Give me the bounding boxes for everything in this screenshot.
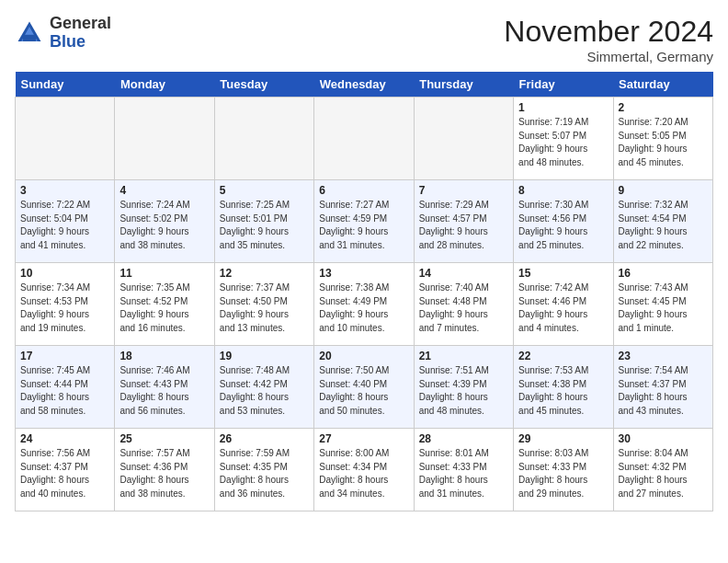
calendar-cell: 18Sunrise: 7:46 AM Sunset: 4:43 PM Dayli… <box>115 346 214 429</box>
weekday-header-tuesday: Tuesday <box>214 72 313 98</box>
calendar-cell: 11Sunrise: 7:35 AM Sunset: 4:52 PM Dayli… <box>115 263 214 346</box>
day-info: Sunrise: 8:00 AM Sunset: 4:34 PM Dayligh… <box>319 447 408 500</box>
day-number: 9 <box>619 184 708 197</box>
calendar-cell: 5Sunrise: 7:25 AM Sunset: 5:01 PM Daylig… <box>214 180 313 263</box>
day-info: Sunrise: 7:25 AM Sunset: 5:01 PM Dayligh… <box>220 199 309 252</box>
day-info: Sunrise: 7:30 AM Sunset: 4:56 PM Dayligh… <box>518 199 608 252</box>
day-info: Sunrise: 7:32 AM Sunset: 4:54 PM Dayligh… <box>619 199 708 252</box>
calendar-cell <box>115 98 214 180</box>
day-number: 12 <box>220 267 309 280</box>
calendar-week-1: 1Sunrise: 7:19 AM Sunset: 5:07 PM Daylig… <box>16 98 713 180</box>
weekday-header-wednesday: Wednesday <box>314 72 414 98</box>
day-info: Sunrise: 7:19 AM Sunset: 5:07 PM Dayligh… <box>518 116 608 169</box>
day-info: Sunrise: 7:27 AM Sunset: 4:59 PM Dayligh… <box>319 199 408 252</box>
calendar-week-4: 17Sunrise: 7:45 AM Sunset: 4:44 PM Dayli… <box>16 346 713 429</box>
location: Simmertal, Germany <box>504 49 713 64</box>
day-number: 4 <box>119 184 209 197</box>
weekday-header-sunday: Sunday <box>16 72 115 98</box>
day-info: Sunrise: 7:48 AM Sunset: 4:42 PM Dayligh… <box>220 364 309 418</box>
calendar-cell: 28Sunrise: 8:01 AM Sunset: 4:33 PM Dayli… <box>414 429 513 511</box>
day-number: 20 <box>319 350 408 362</box>
calendar-cell: 30Sunrise: 8:04 AM Sunset: 4:32 PM Dayli… <box>613 429 712 511</box>
calendar-cell: 14Sunrise: 7:40 AM Sunset: 4:48 PM Dayli… <box>414 263 513 346</box>
calendar-cell: 4Sunrise: 7:24 AM Sunset: 5:02 PM Daylig… <box>115 180 214 263</box>
day-number: 15 <box>518 267 608 280</box>
day-number: 6 <box>319 184 408 197</box>
calendar-cell: 8Sunrise: 7:30 AM Sunset: 4:56 PM Daylig… <box>514 180 613 263</box>
day-number: 14 <box>419 267 508 280</box>
day-number: 21 <box>419 350 508 362</box>
day-info: Sunrise: 8:03 AM Sunset: 4:33 PM Dayligh… <box>518 447 608 500</box>
calendar-cell: 17Sunrise: 7:45 AM Sunset: 4:44 PM Dayli… <box>16 346 115 429</box>
header: General Blue November 2024 Simmertal, Ge… <box>15 15 713 64</box>
logo-icon <box>15 18 44 48</box>
day-info: Sunrise: 7:37 AM Sunset: 4:50 PM Dayligh… <box>220 282 309 335</box>
day-number: 22 <box>518 350 608 362</box>
day-number: 30 <box>619 432 708 445</box>
calendar-cell: 1Sunrise: 7:19 AM Sunset: 5:07 PM Daylig… <box>514 98 613 180</box>
calendar-cell: 26Sunrise: 7:59 AM Sunset: 4:35 PM Dayli… <box>214 429 313 511</box>
day-info: Sunrise: 7:22 AM Sunset: 5:04 PM Dayligh… <box>20 199 109 252</box>
day-info: Sunrise: 7:40 AM Sunset: 4:48 PM Dayligh… <box>419 282 508 335</box>
calendar-cell: 15Sunrise: 7:42 AM Sunset: 4:46 PM Dayli… <box>514 263 613 346</box>
calendar-cell <box>314 98 414 180</box>
calendar-cell: 7Sunrise: 7:29 AM Sunset: 4:57 PM Daylig… <box>414 180 513 263</box>
day-number: 17 <box>20 350 109 362</box>
calendar-cell: 29Sunrise: 8:03 AM Sunset: 4:33 PM Dayli… <box>514 429 613 511</box>
calendar-cell: 16Sunrise: 7:43 AM Sunset: 4:45 PM Dayli… <box>613 263 712 346</box>
day-number: 1 <box>518 101 608 114</box>
calendar-cell: 13Sunrise: 7:38 AM Sunset: 4:49 PM Dayli… <box>314 263 414 346</box>
calendar-cell: 6Sunrise: 7:27 AM Sunset: 4:59 PM Daylig… <box>314 180 414 263</box>
calendar-week-3: 10Sunrise: 7:34 AM Sunset: 4:53 PM Dayli… <box>16 263 713 346</box>
day-info: Sunrise: 7:43 AM Sunset: 4:45 PM Dayligh… <box>619 282 708 335</box>
calendar-cell: 24Sunrise: 7:56 AM Sunset: 4:37 PM Dayli… <box>16 429 115 511</box>
day-number: 13 <box>319 267 408 280</box>
calendar-body: 1Sunrise: 7:19 AM Sunset: 5:07 PM Daylig… <box>16 98 713 511</box>
calendar-week-2: 3Sunrise: 7:22 AM Sunset: 5:04 PM Daylig… <box>16 180 713 263</box>
calendar-cell: 2Sunrise: 7:20 AM Sunset: 5:05 PM Daylig… <box>613 98 712 180</box>
day-number: 19 <box>220 350 309 362</box>
calendar-cell: 10Sunrise: 7:34 AM Sunset: 4:53 PM Dayli… <box>16 263 115 346</box>
weekday-header-saturday: Saturday <box>613 72 712 98</box>
weekday-header-thursday: Thursday <box>414 72 513 98</box>
day-info: Sunrise: 7:45 AM Sunset: 4:44 PM Dayligh… <box>20 364 109 418</box>
day-info: Sunrise: 7:42 AM Sunset: 4:46 PM Dayligh… <box>518 282 608 335</box>
title-area: November 2024 Simmertal, Germany <box>504 15 713 64</box>
calendar-cell: 22Sunrise: 7:53 AM Sunset: 4:38 PM Dayli… <box>514 346 613 429</box>
day-number: 2 <box>619 101 708 114</box>
day-info: Sunrise: 7:20 AM Sunset: 5:05 PM Dayligh… <box>619 116 708 169</box>
calendar-cell: 27Sunrise: 8:00 AM Sunset: 4:34 PM Dayli… <box>314 429 414 511</box>
day-info: Sunrise: 7:54 AM Sunset: 4:37 PM Dayligh… <box>619 364 708 418</box>
weekday-header-row: SundayMondayTuesdayWednesdayThursdayFrid… <box>16 72 713 98</box>
day-number: 27 <box>319 432 408 445</box>
calendar-cell: 3Sunrise: 7:22 AM Sunset: 5:04 PM Daylig… <box>16 180 115 263</box>
day-number: 7 <box>419 184 508 197</box>
calendar-table: SundayMondayTuesdayWednesdayThursdayFrid… <box>15 72 713 511</box>
month-title: November 2024 <box>504 15 713 49</box>
calendar-cell <box>414 98 513 180</box>
day-number: 28 <box>419 432 508 445</box>
calendar-cell: 21Sunrise: 7:51 AM Sunset: 4:39 PM Dayli… <box>414 346 513 429</box>
calendar-cell: 20Sunrise: 7:50 AM Sunset: 4:40 PM Dayli… <box>314 346 414 429</box>
weekday-header-friday: Friday <box>514 72 613 98</box>
day-info: Sunrise: 7:29 AM Sunset: 4:57 PM Dayligh… <box>419 199 508 252</box>
logo: General Blue <box>15 15 111 52</box>
day-number: 29 <box>518 432 608 445</box>
day-info: Sunrise: 7:38 AM Sunset: 4:49 PM Dayligh… <box>319 282 408 335</box>
weekday-header-monday: Monday <box>115 72 214 98</box>
day-info: Sunrise: 8:04 AM Sunset: 4:32 PM Dayligh… <box>619 447 708 500</box>
day-number: 26 <box>220 432 309 445</box>
day-number: 25 <box>119 432 209 445</box>
day-info: Sunrise: 7:35 AM Sunset: 4:52 PM Dayligh… <box>119 282 209 335</box>
calendar-cell <box>16 98 115 180</box>
day-info: Sunrise: 7:59 AM Sunset: 4:35 PM Dayligh… <box>220 447 309 500</box>
calendar-cell: 9Sunrise: 7:32 AM Sunset: 4:54 PM Daylig… <box>613 180 712 263</box>
day-number: 3 <box>20 184 109 197</box>
calendar-cell <box>214 98 313 180</box>
day-info: Sunrise: 7:56 AM Sunset: 4:37 PM Dayligh… <box>20 447 109 500</box>
day-info: Sunrise: 7:46 AM Sunset: 4:43 PM Dayligh… <box>119 364 209 418</box>
day-number: 10 <box>20 267 109 280</box>
logo-text: General Blue <box>50 15 111 52</box>
day-number: 8 <box>518 184 608 197</box>
day-number: 16 <box>619 267 708 280</box>
